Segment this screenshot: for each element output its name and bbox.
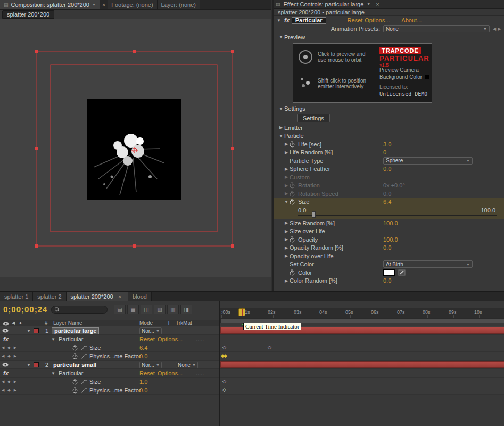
options-link[interactable]: Options...	[158, 369, 183, 378]
expand-icon[interactable]	[283, 200, 290, 204]
effect-expand-icon[interactable]	[276, 18, 282, 23]
prop-value[interactable]: 0.0	[383, 244, 391, 251]
reset-link[interactable]: Reset	[348, 17, 363, 23]
stopwatch-icon[interactable]	[290, 141, 298, 148]
size-slider-thumb[interactable]	[312, 211, 316, 218]
stopwatch-icon[interactable]	[72, 386, 78, 395]
color-swatch[interactable]	[383, 269, 395, 276]
expand-icon[interactable]	[283, 191, 290, 196]
effect-expand-icon[interactable]	[51, 369, 57, 378]
particle-type-dropdown[interactable]: Sphere ▼	[383, 157, 473, 165]
tab-footage[interactable]: Footage: (none)	[108, 0, 157, 9]
expand-icon[interactable]	[283, 150, 290, 155]
blend-mode-dropdown[interactable]: Nor...▼	[139, 327, 162, 334]
graph-editor-icon[interactable]: ◨	[180, 305, 192, 314]
prop-value[interactable]: 6.4	[139, 343, 147, 352]
motion-blur-icon[interactable]: ▥	[167, 305, 179, 314]
current-time-display[interactable]: 0;00;00;24	[3, 305, 47, 314]
section-expand-icon[interactable]	[278, 106, 284, 111]
composition-mini-flowchart-icon[interactable]: ▤	[114, 305, 126, 314]
keyframe-pair-icon[interactable]: ◆◆	[221, 353, 226, 359]
stopwatch-icon[interactable]	[290, 236, 298, 243]
tab-blood[interactable]: blood	[128, 292, 152, 301]
background-color-swatch[interactable]	[425, 75, 429, 79]
expand-icon[interactable]	[283, 245, 290, 250]
keyframe-navigator[interactable]: ◀ ◆ ▶	[2, 352, 18, 361]
column-t[interactable]: T	[167, 320, 170, 326]
layer-color-swatch[interactable]	[34, 328, 39, 333]
eye-icon[interactable]	[2, 326, 9, 335]
ellipsis[interactable]: .....	[196, 335, 204, 343]
effect-name[interactable]: Particular	[59, 369, 83, 378]
layer-duration-bar-2[interactable]	[220, 361, 504, 368]
timeline-right[interactable]: :00s 01s 02s 03s 04s 05s 06s 07s 08s 09s…	[219, 301, 504, 426]
eyedropper-icon[interactable]	[398, 269, 406, 276]
stopwatch-icon[interactable]	[72, 378, 78, 386]
fx-badge-icon[interactable]: fx	[284, 17, 290, 23]
tab-composition[interactable]: ▤ Composition: splatter 200*200 ▼	[0, 0, 100, 9]
current-time-indicator-line[interactable]	[242, 309, 242, 426]
composition-viewport[interactable]	[0, 19, 271, 277]
stopwatch-icon[interactable]	[72, 343, 78, 352]
about-link[interactable]: About...	[401, 17, 422, 23]
preset-next-icon[interactable]: ▶	[498, 27, 501, 31]
effect-expand-icon[interactable]	[51, 335, 57, 343]
column-layer-name[interactable]: Layer Name	[53, 320, 82, 326]
column-trkmat[interactable]: TrkMat	[176, 320, 192, 326]
tab-layer[interactable]: Layer: (none)	[158, 0, 200, 9]
time-ruler[interactable]: :00s 01s 02s 03s 04s 05s 06s 07s 08s 09s…	[220, 308, 504, 318]
fx-badge-icon[interactable]: fx	[3, 369, 9, 378]
layer-row-1[interactable]: 1 particular large Nor...▼	[0, 326, 219, 335]
draft-3d-icon[interactable]: ▦	[127, 305, 139, 314]
prop-value[interactable]: 0	[383, 149, 386, 155]
expand-icon[interactable]	[283, 237, 290, 242]
effect-name[interactable]: Particular	[59, 335, 83, 343]
prop-value[interactable]: 0.0	[383, 166, 391, 172]
keyframe-navigator[interactable]: ◀ ◆ ▶	[2, 343, 18, 352]
effect-name[interactable]: Particular	[292, 17, 326, 24]
prop-value[interactable]: 100.0	[383, 220, 398, 226]
prop-value[interactable]: 0.0	[139, 386, 147, 395]
prop-label[interactable]: Size	[89, 378, 101, 386]
layer-expand-icon[interactable]	[27, 326, 33, 335]
reset-link[interactable]: Reset	[139, 335, 155, 343]
set-color-dropdown[interactable]: At Birth ▼	[383, 260, 473, 268]
tab-splatter-200[interactable]: splatter 200*200 ×	[67, 292, 129, 301]
layer-name[interactable]: particular small	[53, 361, 96, 369]
close-tab-icon[interactable]: ×	[116, 293, 123, 300]
keyframe-icon[interactable]: ◇	[222, 345, 226, 350]
keyframe-icon[interactable]: ◇	[222, 387, 226, 393]
prop-value[interactable]: 0.0	[383, 277, 391, 284]
layer-name[interactable]: particular large	[52, 327, 99, 334]
section-expand-icon[interactable]	[278, 35, 284, 39]
section-expand-icon[interactable]	[278, 134, 284, 138]
size-slider-track[interactable]	[298, 215, 497, 216]
animation-presets-dropdown[interactable]: None ▼	[383, 25, 490, 32]
keyframe-icon[interactable]: ◇	[222, 379, 226, 384]
tab-splatter-1[interactable]: splatter 1	[0, 292, 33, 301]
shy-layers-icon[interactable]: ◫	[141, 305, 152, 314]
prop-value[interactable]: 100.0	[383, 236, 398, 243]
options-link[interactable]: Options...	[365, 17, 390, 23]
prop-label[interactable]: Physics...me Factor	[89, 352, 141, 361]
blend-mode-dropdown[interactable]: Nor...▼	[139, 362, 162, 368]
tab-splatter-2[interactable]: splatter 2	[33, 292, 66, 301]
expand-icon[interactable]	[283, 253, 290, 258]
layer-expand-icon[interactable]	[27, 361, 33, 369]
prop-label[interactable]: Size	[89, 343, 101, 352]
options-link[interactable]: Options...	[158, 335, 183, 343]
prop-value[interactable]: 1.0	[139, 378, 147, 386]
expand-icon[interactable]	[283, 142, 290, 146]
expand-icon[interactable]	[283, 229, 290, 234]
prop-value[interactable]: 0.0	[139, 352, 147, 361]
stopwatch-icon[interactable]	[72, 352, 78, 361]
ellipsis[interactable]: .....	[196, 369, 204, 378]
panel-menu-icon[interactable]: ▼	[367, 2, 370, 6]
expand-icon[interactable]	[283, 167, 290, 171]
column-mode[interactable]: Mode	[139, 320, 153, 326]
keyframe-navigator[interactable]: ◀ ◆ ▶	[2, 378, 18, 386]
keyframe-navigator[interactable]: ◀ ◆ ▶	[2, 386, 18, 395]
preset-prev-icon[interactable]: ◀	[493, 27, 496, 31]
section-expand-icon[interactable]	[278, 125, 284, 130]
reset-link[interactable]: Reset	[139, 369, 155, 378]
